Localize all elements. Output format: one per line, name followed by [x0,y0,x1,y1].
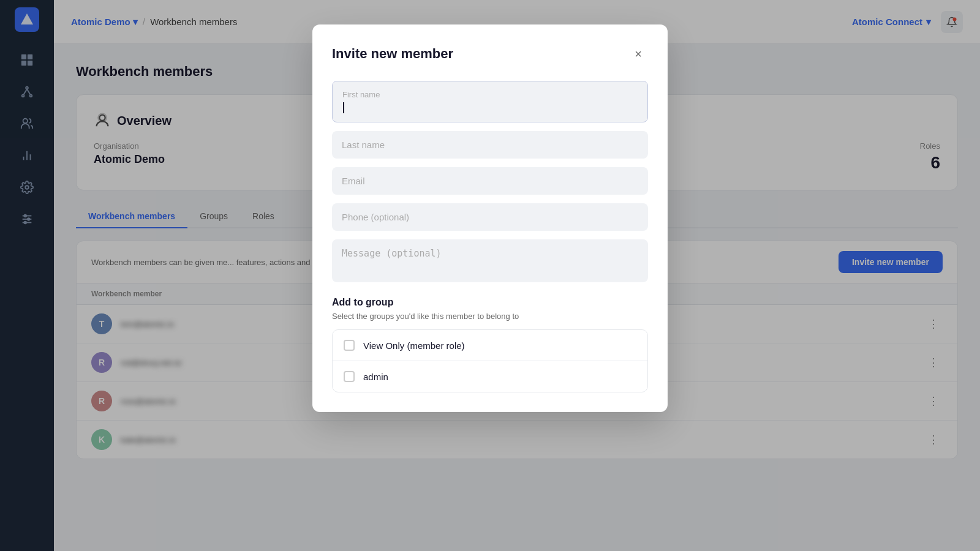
group-checkbox-view-only[interactable] [344,340,355,351]
phone-field[interactable] [332,203,648,231]
first-name-label: First name [342,90,638,99]
add-group-section: Add to group Select the groups you'd lik… [332,297,648,392]
modal-close-button[interactable]: × [628,44,648,64]
last-name-field[interactable] [332,131,648,159]
cursor-line [343,102,344,113]
modal-header: Invite new member × [332,44,648,64]
add-group-title: Add to group [332,297,648,308]
message-input[interactable] [332,239,648,282]
group-name-view-only: View Only (member role) [363,340,465,351]
message-field[interactable] [332,239,648,285]
modal-overlay[interactable]: Invite new member × First name Add to gr… [0,0,980,551]
group-list: View Only (member role) admin [332,329,648,392]
add-group-description: Select the groups you'd like this member… [332,312,648,321]
email-input[interactable] [332,167,648,195]
modal-title: Invite new member [332,46,453,62]
group-name-admin: admin [363,372,388,382]
phone-input[interactable] [332,203,648,231]
group-checkbox-admin[interactable] [344,371,355,382]
email-field[interactable] [332,167,648,195]
group-item-admin: admin [333,361,647,392]
first-name-field: First name [332,81,648,122]
last-name-input[interactable] [332,131,648,159]
invite-modal: Invite new member × First name Add to gr… [312,24,668,412]
group-item-view-only: View Only (member role) [333,330,647,361]
